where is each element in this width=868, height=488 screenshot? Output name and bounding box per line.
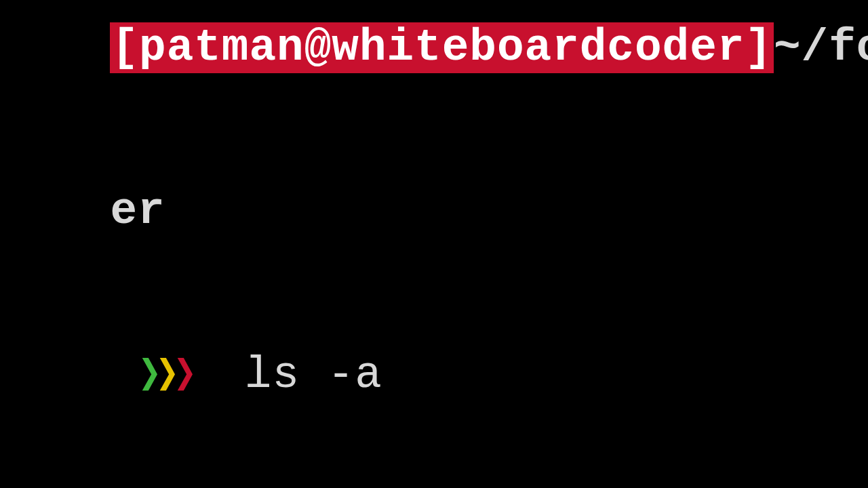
command-text: ls -a — [245, 350, 382, 401]
prompt-chevrons: ❯❯❯ — [110, 348, 189, 403]
terminal-output[interactable]: [patman@whiteboardcoder]~/fold er ❯❯❯ ls… — [0, 0, 868, 488]
chevron-icon: ❯ — [138, 348, 153, 403]
chevron-icon: ❯ — [174, 348, 189, 403]
user-host-badge: [patman@whiteboardcoder] — [110, 22, 774, 73]
prompt-line-1-wrap: er — [0, 130, 868, 294]
prompt-line-1-top: [patman@whiteboardcoder]~/fold — [0, 0, 868, 130]
command-line: ❯❯❯ ls -a — [0, 293, 868, 458]
chevron-icon: ❯ — [156, 348, 171, 403]
list-item: .dir_001 — [0, 458, 868, 488]
path-segment-wrap: er — [110, 186, 165, 237]
path-segment: ~/fold — [774, 22, 868, 73]
